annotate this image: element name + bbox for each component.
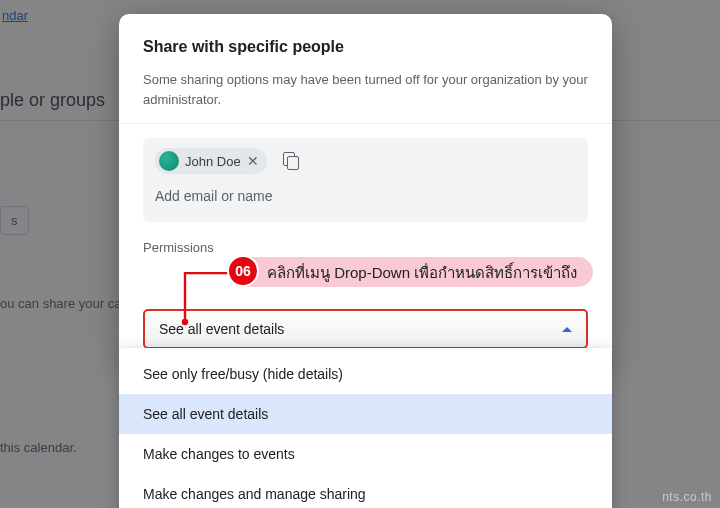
dropdown-option[interactable]: See all event details xyxy=(119,394,612,434)
select-value: See all event details xyxy=(159,321,284,337)
copy-icon[interactable] xyxy=(281,152,299,170)
remove-chip-icon[interactable]: ✕ xyxy=(247,153,259,169)
recipient-area: John Doe ✕ Add email or name xyxy=(143,138,588,222)
dialog-subtitle: Some sharing options may have been turne… xyxy=(143,70,588,109)
avatar xyxy=(159,151,179,171)
watermark: nts.co.th xyxy=(662,490,712,504)
chip-label: John Doe xyxy=(185,154,241,169)
dropdown-option[interactable]: Make changes and manage sharing xyxy=(119,474,612,508)
annotation-text: คลิกที่เมนู Drop-Down เพื่อกำหนดสิทธิ์กา… xyxy=(267,261,577,285)
dialog-divider xyxy=(119,123,612,124)
permissions-label: Permissions xyxy=(143,240,588,255)
permissions-select[interactable]: See all event details xyxy=(143,309,588,349)
annotation-step-badge: 06 xyxy=(227,255,259,287)
chevron-up-icon xyxy=(562,327,572,332)
permissions-dropdown: See only free/busy (hide details) See al… xyxy=(119,348,612,508)
dropdown-option[interactable]: Make changes to events xyxy=(119,434,612,474)
dropdown-option[interactable]: See only free/busy (hide details) xyxy=(119,354,612,394)
share-dialog: Share with specific people Some sharing … xyxy=(119,14,612,359)
recipient-chip[interactable]: John Doe ✕ xyxy=(155,148,267,174)
dialog-title: Share with specific people xyxy=(143,38,588,56)
email-input[interactable]: Add email or name xyxy=(155,188,576,204)
